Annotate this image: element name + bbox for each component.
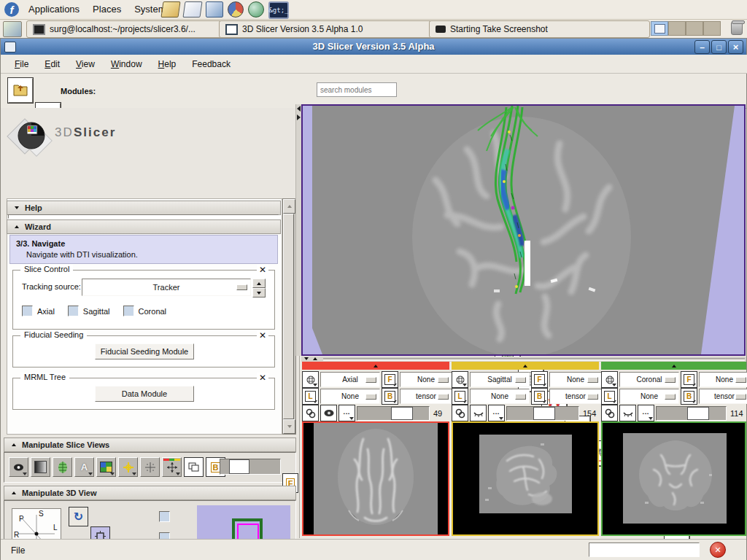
applications-menu[interactable]: Applications	[22, 4, 86, 15]
menu-window[interactable]: Window	[104, 59, 149, 69]
axial-viewport[interactable]	[302, 421, 449, 536]
sagittal-label-icon[interactable]: L	[452, 388, 468, 405]
minimize-button[interactable]: –	[694, 40, 710, 54]
axial-slice-slider[interactable]	[357, 406, 430, 421]
wizard-section-header[interactable]: Wizard	[7, 219, 281, 234]
manipulate-slice-views-header[interactable]: Manipulate Slice Views	[4, 438, 296, 452]
menu-edit[interactable]: Edit	[38, 59, 66, 69]
help-section-header[interactable]: Help	[7, 201, 281, 215]
sagittal-background-dropdown[interactable]: tensor	[549, 389, 602, 404]
sagittal-slice-slider[interactable]	[506, 406, 579, 421]
axial-foreground-dropdown[interactable]: None	[400, 372, 452, 387]
fiducial-seeding-close-icon[interactable]: ✕	[257, 330, 268, 341]
coronal-link-grid-icon[interactable]	[601, 371, 618, 388]
sagittal-orientation-dropdown[interactable]: Sagittal	[470, 372, 530, 387]
module-search-input[interactable]	[317, 82, 397, 97]
taskbar-window-slicer[interactable]: 3D Slicer Version 3.5 Alpha 1.0	[219, 20, 436, 38]
slice-fade-button[interactable]	[31, 457, 50, 477]
menu-view[interactable]: View	[69, 59, 101, 69]
coronal-slice-slider[interactable]	[656, 406, 727, 421]
fiducial-seeding-module-button[interactable]: Fiducial Seeding Module	[95, 343, 194, 359]
axial-collapse-bar[interactable]	[302, 362, 449, 370]
title-bar[interactable]: 3D Slicer Version 3.5 Alpha – □ ×	[1, 39, 746, 55]
sagittal-collapse-bar[interactable]	[452, 362, 599, 370]
crosshair-button[interactable]	[118, 457, 138, 477]
office-draw-icon[interactable]	[182, 1, 202, 18]
panel-scrollbar[interactable]	[282, 198, 296, 435]
status-file-label[interactable]: File	[11, 545, 25, 556]
coronal-background-dropdown[interactable]: tensor	[699, 389, 747, 404]
coronal-label-dropdown[interactable]: None	[619, 389, 679, 404]
sagittal-foreground-dropdown[interactable]: None	[549, 372, 602, 387]
coronal-checkbox[interactable]	[123, 306, 134, 316]
axial-background-icon[interactable]: B	[382, 388, 398, 405]
tracking-source-dropdown[interactable]: Tracker	[82, 279, 251, 296]
office-writer-icon[interactable]	[160, 1, 180, 18]
fit-window-button[interactable]	[184, 457, 204, 477]
coronal-foreground-icon[interactable]: F	[681, 371, 697, 388]
show-desktop-button[interactable]	[3, 21, 22, 37]
axial-label-dropdown[interactable]: None	[320, 389, 380, 404]
navigate-slices-button[interactable]	[162, 457, 182, 477]
terminal-launcher-icon[interactable]: &gt;_	[268, 1, 289, 19]
sagittal-background-icon[interactable]: B	[531, 388, 548, 405]
axial-link-icon[interactable]	[302, 405, 319, 421]
taskbar-window-screenshot[interactable]: Starting Take Screenshot	[429, 20, 650, 38]
data-module-button[interactable]: Data Module	[95, 386, 194, 402]
axial-foreground-icon[interactable]: F	[382, 371, 398, 388]
taskbar-window-terminal[interactable]: surg@localhost:~/projects/slicer3.6/...	[26, 20, 225, 38]
tracking-source-spinner[interactable]	[252, 279, 266, 298]
coronal-visibility-icon[interactable]	[619, 405, 636, 421]
maximize-button[interactable]: □	[711, 40, 727, 54]
rotate-view-button[interactable]: ↻	[69, 507, 88, 526]
slice-visibility-button[interactable]	[9, 457, 28, 477]
fedora-menu-icon[interactable]: f	[4, 2, 19, 17]
coronal-foreground-dropdown[interactable]: None	[699, 372, 747, 387]
sagittal-foreground-icon[interactable]: F	[531, 371, 548, 388]
coronal-viewport[interactable]	[601, 421, 746, 536]
axial-link-grid-icon[interactable]	[302, 371, 319, 388]
horizontal-splitter[interactable]	[301, 357, 746, 362]
close-button[interactable]: ×	[728, 40, 743, 54]
workspace-switcher[interactable]	[651, 21, 721, 36]
slice-interpolation-button[interactable]	[53, 457, 72, 477]
axial-label-icon[interactable]: L	[302, 388, 319, 405]
error-log-button[interactable]: ✕	[710, 542, 726, 558]
axial-background-dropdown[interactable]: tensor	[400, 389, 452, 404]
pie-chart-icon[interactable]	[228, 1, 244, 18]
menu-help[interactable]: Help	[152, 59, 183, 69]
office-impress-icon[interactable]	[206, 1, 223, 18]
sagittal-label-dropdown[interactable]: None	[470, 389, 530, 404]
coronal-link-icon[interactable]	[601, 405, 618, 421]
menu-file[interactable]: File	[8, 59, 35, 69]
sagittal-link-grid-icon[interactable]	[452, 371, 468, 388]
slice-opacity-slider[interactable]	[220, 459, 281, 475]
web-browser-icon[interactable]	[248, 1, 264, 18]
coronal-more-options-button[interactable]: •••	[638, 405, 654, 421]
sagittal-visibility-icon[interactable]	[470, 405, 487, 421]
spin-checkbox[interactable]	[159, 511, 170, 522]
coronal-background-icon[interactable]: B	[681, 388, 697, 405]
mrml-tree-close-icon[interactable]: ✕	[257, 373, 268, 383]
load-scene-button[interactable]	[8, 78, 33, 103]
axial-orientation-dropdown[interactable]: Axial	[320, 372, 380, 387]
annotation-button[interactable]: A	[74, 457, 94, 477]
axial-checkbox[interactable]	[22, 306, 33, 316]
coronal-label-icon[interactable]: L	[601, 388, 618, 405]
sagittal-checkbox[interactable]	[68, 306, 79, 316]
coronal-orientation-dropdown[interactable]: Coronal	[619, 372, 679, 387]
slice-control-close-icon[interactable]: ✕	[257, 265, 268, 275]
viewer-3d[interactable]	[301, 104, 746, 356]
sagittal-more-options-button[interactable]: •••	[488, 405, 505, 421]
axial-visibility-icon[interactable]	[320, 405, 337, 421]
sagittal-viewport[interactable]	[452, 421, 599, 536]
grid-button[interactable]	[140, 457, 160, 477]
trash-icon[interactable]	[731, 22, 743, 35]
label-opacity-button[interactable]	[96, 457, 116, 477]
menu-feedback[interactable]: Feedback	[185, 59, 237, 69]
sagittal-link-icon[interactable]	[452, 405, 468, 421]
coronal-collapse-bar[interactable]	[601, 362, 746, 370]
places-menu[interactable]: Places	[86, 4, 128, 15]
axial-more-options-button[interactable]: •••	[338, 405, 355, 421]
manipulate-3d-view-header[interactable]: Manipulate 3D View	[4, 486, 296, 500]
